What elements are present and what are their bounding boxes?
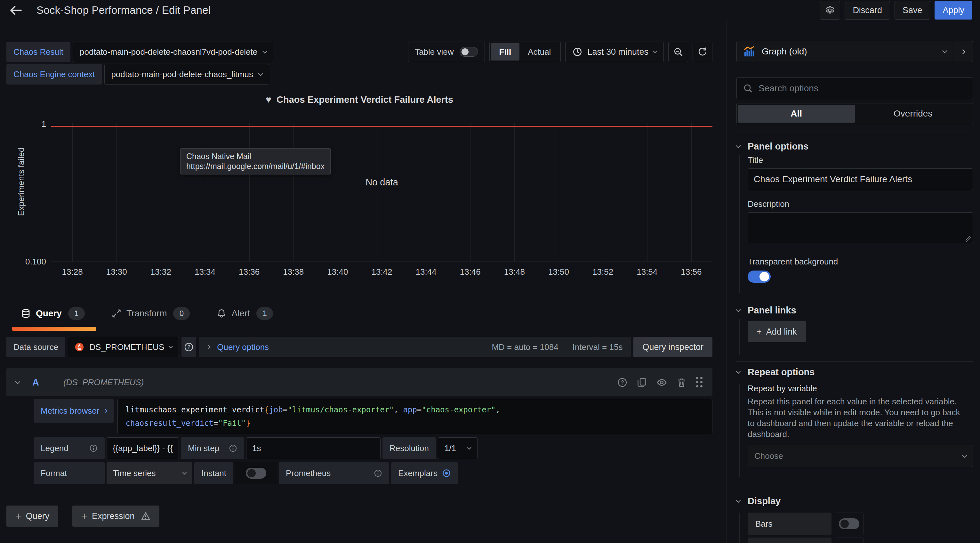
refresh-icon: [698, 47, 707, 57]
variable-value-chaos-engine[interactable]: podtato-main-pod-delete-chaos_litmus: [104, 64, 269, 84]
tab-query[interactable]: Query 1: [21, 293, 85, 334]
bars-toggle[interactable]: [839, 518, 859, 529]
link-tooltip: Chaos Native Mail https://mail.google.co…: [180, 148, 331, 175]
query-help-button[interactable]: ?: [617, 377, 627, 387]
legend-options-row: Legend Min step Resolution 1/1: [33, 437, 713, 459]
repeat-options-header[interactable]: Repeat options: [737, 367, 973, 377]
panel-description-textarea[interactable]: [748, 212, 973, 243]
chevron-down-icon: [736, 143, 741, 148]
top-header: Sock-Shop Performance / Edit Panel Disca…: [0, 0, 980, 21]
repeat-variable-select[interactable]: Choose: [748, 445, 973, 467]
legend-label-chip: Legend: [33, 437, 105, 459]
back-button[interactable]: [10, 2, 22, 18]
options-search[interactable]: [737, 78, 973, 99]
actual-option[interactable]: Actual: [519, 43, 559, 61]
warning-icon: [141, 511, 150, 521]
duplicate-query-button[interactable]: [637, 377, 647, 387]
display-header[interactable]: Display: [737, 496, 973, 506]
panel-header[interactable]: ♥ Chaos Experiment Verdict Failure Alert…: [6, 94, 713, 105]
tooltip-url: https://mail.google.com/mail/u/1/#inbox: [186, 161, 325, 171]
x-tick-label: 13:28: [62, 267, 83, 277]
chevron-down-icon: [653, 49, 657, 53]
toggle-visibility-button[interactable]: [656, 377, 667, 388]
query-row-header[interactable]: A (DS_PROMETHEUS) ?: [6, 368, 713, 397]
plot-area[interactable]: Chaos Native Mail https://mail.google.co…: [51, 123, 713, 262]
min-step-input[interactable]: [246, 437, 380, 459]
tab-alert[interactable]: Alert 1: [217, 293, 273, 334]
datasource-name: DS_PROMETHEUS: [89, 342, 164, 352]
table-view-toggle[interactable]: [460, 47, 478, 57]
visualization-row: Graph (old): [737, 41, 973, 62]
instant-toggle[interactable]: [246, 468, 266, 479]
x-tick-label: 13:42: [371, 267, 392, 277]
datasource-picker[interactable]: DS_PROMETHEUS: [68, 337, 179, 357]
legend-format-input[interactable]: [107, 437, 179, 459]
min-step-chip: Min step: [181, 437, 244, 459]
query-options-bar[interactable]: Query options MD = auto = 1084 Interval …: [199, 337, 631, 357]
panel-links-section: Panel links + Add link: [737, 305, 973, 355]
panel-options-section: Panel options Title Description Transpar…: [737, 141, 973, 293]
add-expression-button[interactable]: + Expression: [72, 506, 159, 527]
add-query-button[interactable]: + Query: [6, 506, 58, 527]
query-row-card: A (DS_PROMETHEUS) ?: [6, 368, 713, 484]
promql-token-op: ,: [495, 405, 500, 414]
x-tick-label: 13:30: [106, 267, 127, 277]
gear-icon: [825, 5, 835, 15]
transparent-bg-label: Transparent background: [748, 257, 973, 267]
repeat-by-variable-description: Repeat this panel for each value in the …: [748, 396, 965, 439]
tab-overrides[interactable]: Overrides: [855, 105, 972, 123]
chevron-down-icon: [736, 307, 741, 312]
instant-toggle-frame: [235, 462, 277, 484]
zoom-out-button[interactable]: [668, 41, 688, 62]
display-body: Bars: [739, 513, 973, 543]
active-tab-underline: [12, 327, 96, 331]
x-axis: 13:2813:3013:3213:3413:3613:3813:4013:42…: [51, 267, 713, 278]
plus-icon: +: [15, 510, 21, 522]
variable-label-chaos-engine: Chaos Engine context: [6, 64, 102, 84]
panel-title-input[interactable]: [748, 169, 973, 190]
promql-token-string: "Fail": [218, 419, 246, 428]
panel-settings-button[interactable]: [820, 1, 840, 19]
drag-handle[interactable]: [696, 377, 703, 388]
fill-option[interactable]: Fill: [491, 43, 520, 61]
save-button[interactable]: Save: [894, 1, 931, 19]
format-select[interactable]: Time series: [107, 462, 192, 484]
interval-info: Interval = 15s: [573, 342, 623, 352]
promql-token-op: =: [213, 419, 218, 428]
panel-links-header[interactable]: Panel links: [737, 305, 973, 315]
bars-label-chip: Bars: [748, 513, 832, 535]
resolution-select[interactable]: 1/1: [438, 437, 477, 459]
promql-expression[interactable]: litmuschaos_experiment_verdict{job="litm…: [118, 399, 713, 434]
metrics-browser-button[interactable]: Metrics browser: [33, 399, 114, 423]
promql-token-label: job: [269, 405, 283, 414]
datasource-help-button[interactable]: ?: [181, 337, 196, 357]
option-label-chip: [748, 538, 832, 543]
repeat-variable-placeholder: Choose: [754, 451, 783, 461]
exemplars-chip[interactable]: Exemplars: [391, 462, 458, 484]
metrics-browser-label: Metrics browser: [41, 406, 99, 416]
delete-query-button[interactable]: [676, 377, 687, 387]
query-options-link[interactable]: Query options: [217, 342, 269, 352]
variable-value-chaos-result[interactable]: podtato-main-pod-delete-chaosnl7vd-pod-d…: [73, 41, 273, 62]
panel-options-header[interactable]: Panel options: [737, 141, 973, 151]
tab-all[interactable]: All: [738, 105, 855, 123]
chevron-down-icon: [258, 71, 263, 76]
clock-icon: [573, 47, 582, 57]
transparent-bg-toggle[interactable]: [748, 271, 771, 283]
toggle-options-pane-button[interactable]: [953, 41, 973, 62]
search-options-input[interactable]: [759, 83, 966, 94]
resize-grip-icon[interactable]: [966, 236, 971, 242]
query-inspector-button[interactable]: Query inspector: [633, 337, 713, 357]
refresh-button[interactable]: [693, 41, 713, 62]
panel-toolbar: Table view Fill Actual Last 30 minutes: [408, 41, 713, 62]
chevron-down-icon: [467, 445, 471, 449]
eye-icon: [656, 377, 667, 388]
time-range-picker[interactable]: Last 30 minutes: [565, 41, 664, 62]
add-link-button[interactable]: + Add link: [748, 321, 806, 342]
resolution-label: Resolution: [390, 443, 429, 453]
tab-transform[interactable]: Transform 0: [112, 293, 190, 334]
apply-button[interactable]: Apply: [935, 1, 972, 19]
discard-button[interactable]: Discard: [845, 1, 890, 19]
visualization-picker[interactable]: Graph (old): [737, 41, 953, 62]
query-options-meta: MD = auto = 1084 Interval = 15s: [492, 342, 622, 352]
